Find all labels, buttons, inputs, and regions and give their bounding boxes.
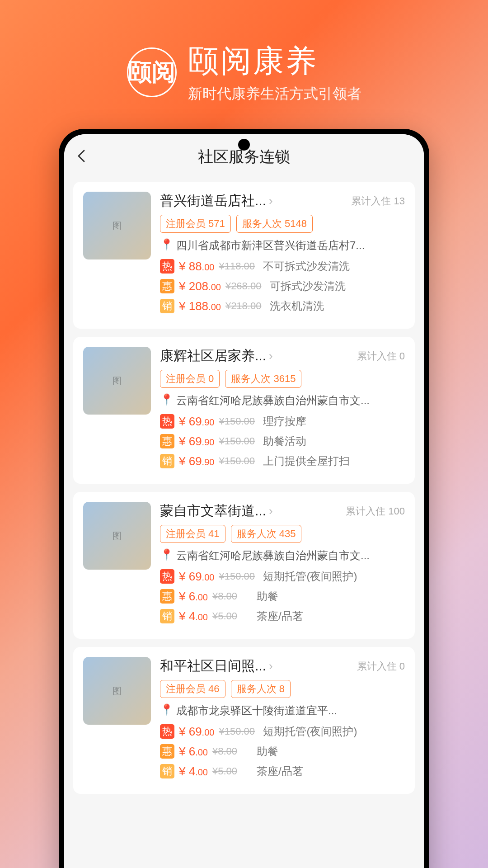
service-name: 茶座/品茗 (257, 609, 303, 623)
cumulative-stat: 累计入住 0 (357, 660, 405, 673)
service-row[interactable]: 惠¥ 208.00¥268.00可拆式沙发清洗 (160, 279, 405, 293)
service-row[interactable]: 惠¥ 6.00¥8.00助餐 (160, 589, 405, 604)
price: ¥ 4.00 (179, 764, 208, 778)
price: ¥ 69.90 (179, 434, 214, 448)
card-image: 图 (83, 502, 151, 570)
xiao-tag: 销 (160, 299, 174, 313)
location-pin-icon: 📍 (160, 393, 174, 406)
chevron-right-icon: › (269, 194, 273, 208)
old-price: ¥5.00 (212, 765, 250, 777)
card-image: 图 (83, 347, 151, 415)
service-card[interactable]: 图普兴街道岳店社...›累计入住 13注册会员 571服务人次 5148📍四川省… (73, 182, 415, 329)
address-text: 四川省成都市新津区普兴街道岳店村7... (176, 238, 365, 253)
service-row[interactable]: 热¥ 88.00¥118.00不可拆式沙发清洗 (160, 259, 405, 274)
card-body: 康辉社区居家养...›累计入住 0注册会员 0服务人次 3615📍云南省红河哈尼… (160, 347, 405, 474)
service-count-badge: 服务人次 5148 (236, 215, 313, 233)
service-row[interactable]: 销¥ 69.90¥150.00上门提供全屋打扫 (160, 454, 405, 468)
back-button[interactable] (77, 148, 86, 167)
card-title: 蒙自市文萃街道... (160, 502, 266, 520)
price: ¥ 69.90 (179, 454, 214, 468)
service-row[interactable]: 热¥ 69.00¥150.00短期托管(夜间照护) (160, 724, 405, 739)
service-name: 助餐 (257, 744, 278, 759)
service-name: 不可拆式沙发清洗 (263, 259, 350, 274)
xiao-tag: 销 (160, 764, 174, 778)
chevron-right-icon: › (269, 504, 273, 518)
service-count-badge: 服务人次 435 (231, 525, 302, 543)
card-body: 和平社区日间照...›累计入住 0注册会员 46服务人次 8📍成都市龙泉驿区十陵… (160, 657, 405, 784)
service-name: 助餐活动 (263, 434, 306, 448)
service-row[interactable]: 热¥ 69.00¥150.00短期托管(夜间照护) (160, 569, 405, 584)
old-price: ¥150.00 (219, 435, 257, 447)
card-title: 普兴街道岳店社... (160, 192, 266, 210)
hui-tag: 惠 (160, 744, 174, 759)
hot-tag: 热 (160, 569, 174, 584)
hot-tag: 热 (160, 414, 174, 429)
hui-tag: 惠 (160, 434, 174, 448)
hui-tag: 惠 (160, 279, 174, 293)
service-name: 短期托管(夜间照护) (263, 569, 357, 584)
price: ¥ 69.90 (179, 415, 214, 429)
old-price: ¥8.00 (212, 590, 250, 602)
card-image: 图 (83, 192, 151, 259)
location-pin-icon: 📍 (160, 548, 174, 561)
old-price: ¥218.00 (225, 300, 263, 312)
price: ¥ 88.00 (179, 259, 214, 274)
price: ¥ 4.00 (179, 609, 208, 623)
service-row[interactable]: 惠¥ 69.90¥150.00助餐活动 (160, 434, 405, 448)
xiao-tag: 销 (160, 609, 174, 623)
location-pin-icon: 📍 (160, 238, 174, 251)
cumulative-stat: 累计入住 0 (357, 349, 405, 363)
service-card[interactable]: 图和平社区日间照...›累计入住 0注册会员 46服务人次 8📍成都市龙泉驿区十… (73, 647, 415, 794)
card-list[interactable]: 图普兴街道岳店社...›累计入住 13注册会员 571服务人次 5148📍四川省… (64, 177, 424, 794)
card-image: 图 (83, 657, 151, 725)
service-name: 助餐 (257, 589, 278, 604)
hot-tag: 热 (160, 724, 174, 739)
service-row[interactable]: 热¥ 69.90¥150.00理疗按摩 (160, 414, 405, 429)
old-price: ¥150.00 (219, 455, 257, 467)
service-name: 洗衣机清洗 (270, 299, 324, 313)
chevron-right-icon: › (269, 349, 273, 363)
hui-tag: 惠 (160, 589, 174, 604)
service-name: 茶座/品茗 (257, 764, 303, 778)
service-row[interactable]: 惠¥ 6.00¥8.00助餐 (160, 744, 405, 759)
cumulative-stat: 累计入住 13 (351, 194, 405, 208)
old-price: ¥268.00 (225, 280, 263, 292)
address-text: 成都市龙泉驿区十陵街道道宜平... (176, 703, 337, 718)
old-price: ¥8.00 (212, 745, 250, 757)
old-price: ¥150.00 (219, 726, 257, 737)
price: ¥ 6.00 (179, 745, 208, 759)
member-badge: 注册会员 41 (160, 525, 225, 543)
service-row[interactable]: 销¥ 4.00¥5.00茶座/品茗 (160, 609, 405, 623)
old-price: ¥150.00 (219, 415, 257, 427)
old-price: ¥150.00 (219, 571, 257, 582)
address-text: 云南省红河哈尼族彝族自治州蒙自市文... (176, 548, 370, 563)
price: ¥ 188.00 (179, 299, 221, 313)
service-name: 上门提供全屋打扫 (263, 454, 350, 468)
card-title: 康辉社区居家养... (160, 347, 266, 365)
brand-header: 颐阅 颐阅康养 新时代康养生活方式引领者 (0, 0, 488, 122)
service-card[interactable]: 图蒙自市文萃街道...›累计入住 100注册会员 41服务人次 435📍云南省红… (73, 492, 415, 639)
card-body: 普兴街道岳店社...›累计入住 13注册会员 571服务人次 5148📍四川省成… (160, 192, 405, 319)
old-price: ¥5.00 (212, 610, 250, 622)
service-row[interactable]: 销¥ 188.00¥218.00洗衣机清洗 (160, 299, 405, 313)
service-row[interactable]: 销¥ 4.00¥5.00茶座/品茗 (160, 764, 405, 778)
old-price: ¥118.00 (219, 260, 257, 272)
service-count-badge: 服务人次 8 (231, 680, 291, 698)
price: ¥ 6.00 (179, 590, 208, 604)
phone-frame: 社区服务连锁 图普兴街道岳店社...›累计入住 13注册会员 571服务人次 5… (59, 129, 429, 868)
chevron-left-icon (77, 149, 86, 163)
service-card[interactable]: 图康辉社区居家养...›累计入住 0注册会员 0服务人次 3615📍云南省红河哈… (73, 337, 415, 484)
member-badge: 注册会员 46 (160, 680, 225, 698)
member-badge: 注册会员 571 (160, 215, 231, 233)
cumulative-stat: 累计入住 100 (346, 505, 405, 518)
chevron-right-icon: › (269, 659, 273, 673)
phone-screen: 社区服务连锁 图普兴街道岳店社...›累计入住 13注册会员 571服务人次 5… (64, 134, 424, 868)
price: ¥ 69.00 (179, 725, 214, 739)
brand-title: 颐阅康养 (188, 41, 361, 82)
price: ¥ 69.00 (179, 570, 214, 584)
member-badge: 注册会员 0 (160, 370, 220, 388)
card-body: 蒙自市文萃街道...›累计入住 100注册会员 41服务人次 435📍云南省红河… (160, 502, 405, 629)
service-name: 短期托管(夜间照护) (263, 724, 357, 739)
hot-tag: 热 (160, 259, 174, 274)
service-count-badge: 服务人次 3615 (225, 370, 301, 388)
